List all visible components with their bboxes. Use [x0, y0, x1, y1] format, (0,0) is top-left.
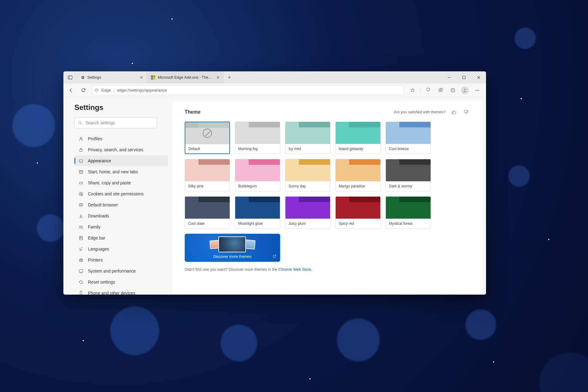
sidebar-item-start-home-and-new-tabs[interactable]: Start, home, and new tabs — [74, 166, 168, 177]
back-button[interactable] — [65, 85, 77, 96]
search-input[interactable]: Search settings — [74, 117, 157, 128]
feedback-prompt: Are you satisfied with themes? — [394, 110, 446, 114]
avatar — [461, 86, 469, 94]
main-panel[interactable]: Theme Are you satisfied with themes? Def… — [172, 101, 482, 295]
content: Settings Search settings ProfilesPrivacy… — [63, 97, 486, 295]
svg-rect-38 — [80, 291, 82, 295]
refresh-button[interactable] — [77, 85, 89, 96]
new-tab-button[interactable]: + — [224, 71, 235, 84]
tab-actions-icon — [68, 75, 73, 80]
window-maximize-button[interactable] — [457, 71, 471, 84]
sidebar-item-languages[interactable]: A字Languages — [74, 243, 168, 254]
svg-rect-14 — [80, 149, 82, 151]
theme-card-icy-mint[interactable]: Icy mint — [285, 122, 330, 154]
theme-card-juicy-plum[interactable]: Juicy plum — [285, 196, 330, 229]
feedback-like-button[interactable] — [450, 108, 458, 116]
sidebar[interactable]: Settings Search settings ProfilesPrivacy… — [63, 97, 172, 295]
browser-essentials-button[interactable] — [447, 85, 458, 96]
sidebar-item-family[interactable]: Family — [74, 221, 168, 232]
theme-label: Cool breeze — [386, 144, 431, 154]
theme-label: Moonlight glow — [235, 219, 280, 228]
theme-card-island-getaway[interactable]: Island getaway — [335, 122, 381, 154]
sidebar-item-privacy-search-and-services[interactable]: Privacy, search, and services — [74, 144, 168, 155]
tab-label: Microsoft Edge Add-ons - Theme — [158, 75, 213, 80]
window-minimize-button[interactable] — [442, 71, 457, 84]
theme-label: Icy mint — [285, 144, 330, 154]
sidebar-item-label: Reset settings — [88, 280, 115, 285]
sidebar-item-cookies-and-site-permissions[interactable]: Cookies and site permissions — [74, 188, 168, 199]
sidebar-item-icon — [78, 224, 84, 230]
window-close-button[interactable] — [471, 71, 486, 84]
favorites-button[interactable] — [407, 85, 418, 96]
sidebar-item-system-and-performance[interactable]: System and performance — [74, 266, 168, 277]
theme-card-dark-stormy[interactable]: Dark & stormy — [386, 159, 431, 191]
sidebar-item-appearance[interactable]: Appearance — [74, 155, 168, 166]
theme-card-cool-breeze[interactable]: Cool breeze — [386, 122, 431, 154]
svg-rect-35 — [80, 260, 82, 262]
tab-addons[interactable]: Microsoft Edge Add-ons - Theme ✕ — [147, 71, 224, 84]
sidebar-item-icon: A字 — [78, 247, 84, 252]
discover-more-themes-card[interactable]: Discover more themes — [185, 234, 280, 262]
sidebar-item-profiles[interactable]: Profiles — [74, 133, 168, 144]
svg-point-9 — [477, 90, 477, 90]
theme-card-mango-paradise[interactable]: Mango paradise — [335, 159, 381, 191]
theme-card-cool-slate[interactable]: Cool slate — [185, 196, 230, 229]
search-icon — [78, 121, 82, 125]
collections-icon — [438, 88, 443, 93]
svg-point-15 — [80, 160, 80, 160]
theme-label: Morning fog — [235, 144, 280, 154]
sidebar-item-label: Start, home, and new tabs — [88, 169, 138, 174]
sidebar-item-label: Phone and other devices — [88, 291, 135, 295]
more-icon — [474, 88, 480, 93]
sidebar-item-downloads[interactable]: Downloads — [74, 210, 168, 221]
sidebar-item-icon — [78, 269, 84, 274]
sidebar-item-icon — [78, 180, 84, 186]
edge-icon — [94, 88, 99, 92]
theme-card-bubblegum[interactable]: Bubblegum — [235, 159, 280, 191]
page-title: Settings — [74, 103, 168, 112]
sidebar-item-default-browser[interactable]: Default browser — [74, 199, 168, 210]
sidebar-item-label: System and performance — [88, 269, 136, 273]
tab-close-button[interactable]: ✕ — [139, 74, 144, 81]
sidebar-item-icon — [78, 147, 84, 153]
back-icon — [68, 88, 74, 93]
chrome-web-store-link[interactable]: Chrome Web Store — [278, 267, 311, 272]
theme-card-mystical-forest[interactable]: Mystical forest — [386, 196, 431, 229]
svg-point-27 — [81, 226, 82, 227]
svg-point-7 — [464, 89, 466, 90]
shield-icon — [450, 88, 455, 93]
theme-card-moonlight-glow[interactable]: Moonlight glow — [235, 196, 280, 229]
sidebar-item-reset-settings[interactable]: Reset settings — [74, 277, 168, 288]
address-bar[interactable]: Edge | edge://settings/appearance — [92, 85, 404, 95]
theme-card-morning-fog[interactable]: Morning fog — [235, 122, 280, 154]
sidebar-item-printers[interactable]: Printers — [74, 254, 168, 266]
maximize-icon — [462, 76, 466, 79]
theme-card-spicy-red[interactable]: Spicy red — [335, 196, 381, 229]
sidebar-item-icon — [78, 280, 84, 285]
sidebar-item-share-copy-and-paste[interactable]: Share, copy and paste — [74, 177, 168, 188]
theme-label: Island getaway — [336, 144, 380, 154]
theme-card-sunny-day[interactable]: Sunny day — [285, 159, 330, 191]
theme-card-default[interactable]: Default — [185, 122, 230, 154]
browser-window: Settings ✕ Microsoft Edge Add-ons - Them… — [63, 71, 486, 295]
minimize-icon — [447, 76, 451, 79]
sidebar-item-phone-and-other-devices[interactable]: Phone and other devices — [74, 288, 168, 295]
svg-point-16 — [81, 161, 81, 161]
sidebar-item-icon — [78, 291, 84, 295]
gear-icon — [81, 75, 85, 80]
profile-button[interactable] — [459, 85, 471, 96]
address-scheme: Edge — [101, 88, 111, 92]
tab-actions-button[interactable] — [63, 71, 77, 84]
feedback-dislike-button[interactable] — [462, 108, 470, 116]
tab-close-button[interactable]: ✕ — [216, 74, 221, 81]
theme-card-silky-pink[interactable]: Silky pink — [185, 159, 230, 191]
tab-settings[interactable]: Settings ✕ — [77, 71, 147, 84]
collections-button[interactable] — [435, 85, 446, 96]
sidebar-item-label: Privacy, search, and services — [88, 147, 143, 152]
theme-label: Mystical forest — [386, 219, 431, 228]
svg-rect-6 — [451, 89, 454, 92]
more-button[interactable] — [471, 85, 483, 96]
theme-label: Cool slate — [185, 219, 230, 228]
sidebar-item-edge-bar[interactable]: Edge bar — [74, 232, 168, 243]
extensions-button[interactable] — [422, 85, 434, 96]
